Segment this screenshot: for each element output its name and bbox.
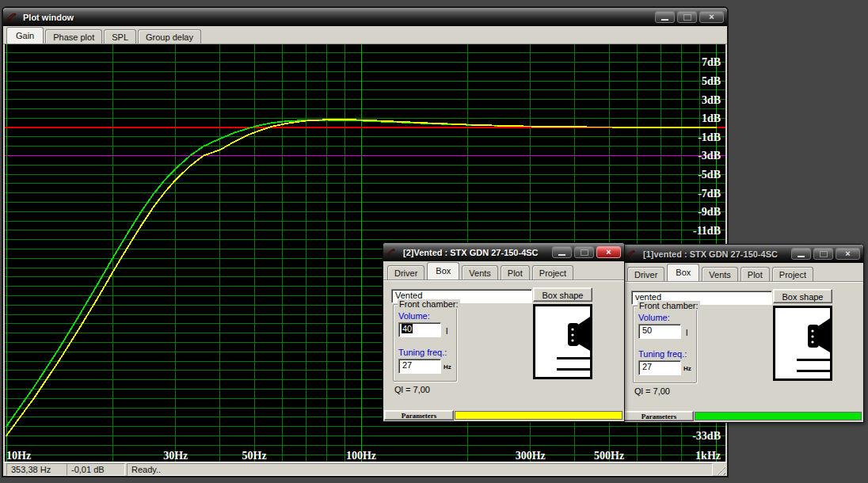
speaker-driver-icon	[818, 318, 830, 352]
minimize-icon[interactable]	[655, 11, 675, 23]
box-diagram	[773, 306, 832, 381]
box-diagram	[533, 304, 592, 379]
maximize-icon[interactable]	[813, 248, 833, 260]
box-window-1-titlebar[interactable]: [1]vented : STX GDN 27-150-4SC ×	[623, 245, 863, 263]
y-axis-label: -3dB	[698, 150, 721, 162]
status-frequency: 353,38 Hz	[6, 463, 68, 476]
box-window-2-body: Vented Box shape Front chamber: Volume: …	[383, 280, 624, 409]
y-axis-label: -7dB	[698, 188, 721, 200]
minimize-icon[interactable]	[791, 248, 811, 260]
tab-plot[interactable]: Plot	[501, 265, 530, 280]
box-window-1-title: [1]vented : STX GDN 27-150-4SC	[643, 249, 791, 259]
close-icon[interactable]: ×	[699, 11, 724, 23]
tab-box[interactable]: Box	[427, 262, 459, 280]
box-window-2-tabs: DriverBoxVentsPlotProject	[383, 261, 624, 280]
window-controls: ×	[552, 246, 621, 258]
tuning-unit-label: Hz	[683, 365, 691, 372]
maximize-icon[interactable]	[574, 246, 594, 258]
x-axis-label: 50Hz	[242, 450, 267, 462]
y-axis-label: 5dB	[702, 75, 721, 87]
box-shape-button[interactable]: Box shape	[533, 287, 592, 302]
tab-group-delay[interactable]: Group delay	[138, 29, 201, 44]
x-axis-label: 10Hz	[6, 450, 31, 462]
tab-driver[interactable]: Driver	[627, 267, 664, 281]
y-axis-label: 7dB	[702, 56, 721, 68]
vented-box-drawing	[535, 306, 590, 377]
vent-line	[557, 368, 590, 371]
y-axis-label: -11dB	[693, 225, 721, 237]
window-controls: ×	[655, 11, 724, 23]
vent-line	[797, 370, 830, 372]
tuning-freq-label: Tuning freq.:	[638, 349, 687, 359]
curve-color-bar	[455, 411, 622, 420]
tab-box[interactable]: Box	[667, 264, 699, 281]
tuning-freq-input[interactable]: 27	[398, 359, 441, 374]
window-controls: ×	[791, 248, 860, 260]
ql-value: Ql = 7,00	[394, 385, 430, 394]
front-chamber-group: Front chamber: Volume: 40 l Tuning freq.…	[393, 304, 457, 382]
app-icon	[626, 248, 638, 260]
front-chamber-group: Front chamber: Volume: 50 l Tuning freq.…	[633, 306, 697, 383]
speaker-driver-icon	[578, 317, 590, 351]
parameters-row: Parameters	[623, 410, 863, 422]
box-window-1-body: vented Box shape Front chamber: Volume: …	[623, 282, 863, 409]
plot-tab-strip: GainPhase plotSPLGroup delay	[3, 26, 727, 44]
resize-grip-icon[interactable]	[715, 465, 725, 475]
y-axis-label: 1dB	[702, 112, 721, 124]
box-window-2: [2]Vented : STX GDN 27-150-4SC × DriverB…	[383, 242, 625, 422]
curve-color-bar	[695, 412, 862, 420]
y-axis-label: -1dB	[698, 131, 721, 143]
tab-gain[interactable]: Gain	[6, 27, 44, 44]
vent-line	[797, 359, 830, 361]
minimize-icon[interactable]	[552, 246, 572, 258]
y-axis-label: -5dB	[698, 169, 721, 181]
y-axis-label: -33dB	[692, 430, 721, 442]
app-icon	[386, 246, 398, 258]
y-axis-label: -9dB	[698, 206, 721, 218]
volume-input[interactable]: 40	[398, 322, 441, 337]
box-window-2-title: [2]Vented : STX GDN 27-150-4SC	[403, 248, 552, 257]
parameters-button[interactable]: Parameters	[624, 411, 694, 421]
ql-value: Ql = 7,00	[634, 386, 670, 396]
volume-label: Volume:	[398, 311, 430, 321]
tab-vents[interactable]: Vents	[462, 265, 498, 280]
x-axis-label: 100Hz	[346, 450, 376, 462]
tuning-unit-label: Hz	[444, 363, 451, 371]
parameters-button[interactable]: Parameters	[384, 410, 454, 420]
close-icon[interactable]: ×	[836, 248, 860, 260]
parameters-row: Parameters	[383, 409, 624, 421]
vent-line	[557, 357, 590, 359]
box-window-1: [1]vented : STX GDN 27-150-4SC × DriverB…	[622, 244, 864, 423]
status-level: -0,01 dB	[67, 463, 125, 476]
front-chamber-label: Front chamber:	[398, 299, 460, 309]
tab-spl[interactable]: SPL	[104, 29, 136, 44]
front-chamber-label: Front chamber:	[638, 301, 700, 310]
tab-project[interactable]: Project	[772, 267, 813, 281]
volume-unit-label: l	[686, 328, 687, 337]
box-window-1-tabs: DriverBoxVentsPlotProject	[623, 263, 863, 282]
tuning-freq-label: Tuning freq.:	[398, 348, 447, 357]
volume-label: Volume:	[638, 313, 670, 322]
close-icon[interactable]: ×	[596, 246, 621, 258]
tab-phase-plot[interactable]: Phase plot	[45, 29, 102, 44]
volume-unit-label: l	[446, 326, 447, 336]
x-axis-label: 1kHz	[695, 450, 721, 462]
x-axis-label: 30Hz	[163, 450, 188, 462]
y-axis-label: 3dB	[702, 94, 721, 106]
tab-vents[interactable]: Vents	[702, 267, 738, 281]
x-axis-label: 300Hz	[516, 450, 546, 462]
plot-window-titlebar[interactable]: Plot window ×	[3, 8, 727, 26]
x-axis-label: 500Hz	[594, 450, 624, 462]
vented-box-drawing	[775, 308, 830, 378]
tuning-freq-input[interactable]: 27	[638, 360, 681, 375]
tab-project[interactable]: Project	[532, 265, 573, 280]
maximize-icon[interactable]	[677, 11, 697, 23]
box-shape-button[interactable]: Box shape	[773, 289, 832, 303]
volume-input[interactable]: 50	[638, 324, 681, 339]
box-window-2-titlebar[interactable]: [2]Vented : STX GDN 27-150-4SC ×	[383, 243, 624, 261]
tab-plot[interactable]: Plot	[740, 267, 770, 281]
status-message: Ready..	[127, 463, 713, 476]
tab-driver[interactable]: Driver	[387, 265, 424, 280]
app-icon	[6, 11, 18, 23]
plot-window-title: Plot window	[23, 13, 655, 22]
